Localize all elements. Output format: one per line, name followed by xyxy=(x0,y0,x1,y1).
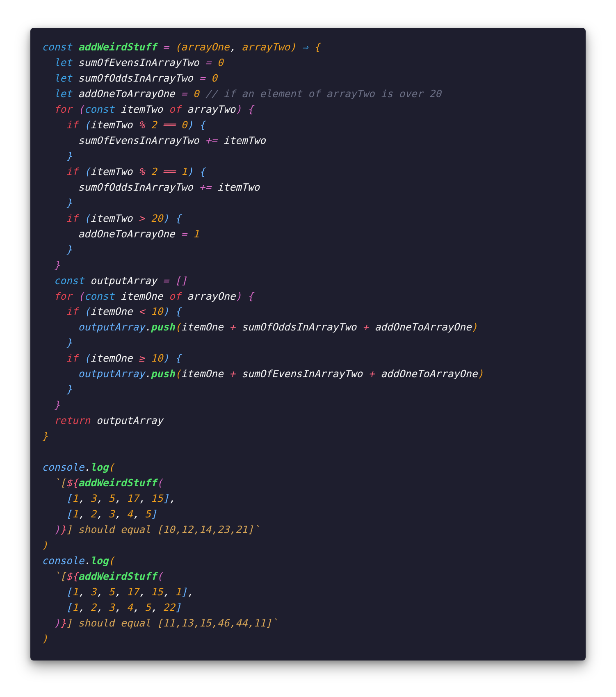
method-push: push xyxy=(151,321,175,333)
operator-gte: ≥ xyxy=(139,352,145,364)
method-log: log xyxy=(90,461,108,473)
code-panel: const addWeirdStuff = (arrayOne, arrayTw… xyxy=(30,28,586,661)
expected-2: should equal [11,13,15,46,44,11] xyxy=(72,617,272,629)
operator-assign: = xyxy=(163,41,169,53)
function-name: addWeirdStuff xyxy=(78,41,157,53)
param-arrayTwo: arrayTwo xyxy=(242,41,290,53)
console-object: console xyxy=(42,461,84,473)
var-outputArray: outputArray xyxy=(90,275,157,287)
arrow-operator: ⇒ xyxy=(302,41,308,53)
comment: // if an element of arrayTwo is over 20 xyxy=(205,88,441,100)
operator-strict-equal: ══ xyxy=(163,119,175,131)
expected-1: should equal [10,12,14,23,21] xyxy=(72,524,254,535)
var-sumOdds: sumOfOddsInArrayTwo xyxy=(78,72,193,84)
var-addOne: addOneToArrayOne xyxy=(78,88,175,100)
code-block: const addWeirdStuff = (arrayOne, arrayTw… xyxy=(42,39,574,647)
param-arrayOne: arrayOne xyxy=(181,41,229,53)
var-sumEvens: sumOfEvensInArrayTwo xyxy=(78,57,199,68)
keyword-const: const xyxy=(42,41,72,53)
stage: const addWeirdStuff = (arrayOne, arrayTw… xyxy=(0,0,616,697)
